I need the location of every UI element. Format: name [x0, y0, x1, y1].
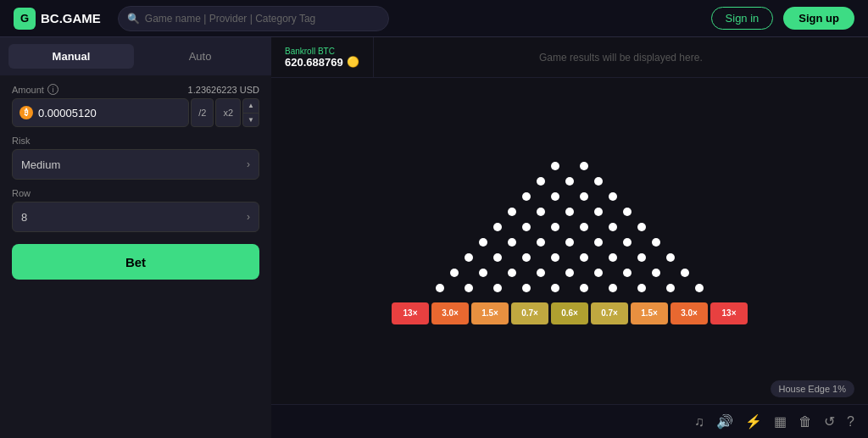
tab-auto[interactable]: Auto — [137, 44, 263, 69]
peg — [537, 238, 545, 247]
peg — [537, 177, 545, 186]
peg — [551, 223, 559, 231]
amount-value: 0.00005120 — [38, 107, 97, 119]
signin-button[interactable]: Sign in — [711, 7, 774, 30]
peg — [609, 253, 617, 262]
peg — [652, 269, 660, 277]
peg-row — [426, 284, 714, 292]
bankroll-label: Bankroll BTC — [285, 47, 359, 56]
btc-icon: ₿ — [19, 106, 33, 119]
bet-button[interactable]: Bet — [12, 244, 259, 280]
peg — [565, 238, 574, 247]
multiplier-box: 13× — [392, 302, 429, 324]
sound-icon[interactable]: 🔊 — [716, 413, 733, 430]
chevron-right-icon: › — [247, 158, 250, 170]
top-bar: Bankroll BTC 620.688769 🟡 Game results w… — [271, 37, 868, 78]
navbar: G BC.GAME 🔍 Game name | Provider | Categ… — [0, 0, 868, 37]
bankroll-section: Bankroll BTC 620.688769 🟡 — [271, 37, 374, 77]
row-select[interactable]: 8 › — [12, 202, 259, 232]
help-icon[interactable]: ? — [847, 414, 854, 430]
peg — [493, 253, 502, 262]
logo-icon: G — [14, 8, 36, 30]
decrement-button[interactable]: ▼ — [243, 114, 259, 127]
risk-section: Risk Medium › — [12, 136, 259, 180]
right-panel: Bankroll BTC 620.688769 🟡 Game results w… — [271, 37, 868, 438]
multiplier-box: 3.0× — [670, 302, 708, 324]
main-content: Manual Auto Amount i 1.23626223 USD ₿ 0.… — [0, 37, 868, 438]
panel-body: Amount i 1.23626223 USD ₿ 0.00005120 /2 … — [0, 75, 271, 288]
peg — [594, 269, 603, 277]
peg — [565, 177, 574, 186]
amount-label-row: Amount i 1.23626223 USD — [12, 84, 259, 95]
house-edge-label: House Edge 1% — [771, 380, 855, 397]
refresh-icon[interactable]: ↺ — [824, 413, 835, 430]
peg — [436, 284, 444, 292]
peg — [565, 208, 574, 216]
peg — [580, 192, 588, 201]
results-bar: Game results will be displayed here. — [374, 37, 868, 77]
peg — [493, 223, 502, 231]
row-section: Row 8 › — [12, 188, 259, 232]
peg — [666, 284, 675, 292]
peg-row — [512, 192, 627, 201]
double-button[interactable]: x2 — [215, 98, 241, 127]
multiplier-box: 0.7× — [511, 302, 548, 324]
logo-text: BC.GAME — [41, 11, 101, 25]
delete-icon[interactable]: 🗑 — [798, 414, 812, 430]
peg — [551, 253, 559, 262]
peg — [522, 223, 531, 231]
multiplier-box: 13× — [710, 302, 748, 324]
multiplier-box: 0.6× — [551, 302, 588, 324]
tab-manual[interactable]: Manual — [8, 44, 134, 69]
peg — [594, 177, 603, 186]
peg — [594, 208, 603, 216]
risk-value: Medium — [21, 158, 60, 171]
increment-button[interactable]: ▲ — [243, 99, 259, 114]
peg — [637, 253, 646, 262]
peg — [551, 192, 559, 201]
peg — [508, 208, 516, 216]
bankroll-block: Bankroll BTC 620.688769 🟡 — [285, 47, 359, 69]
chevron-right-icon-row: › — [247, 211, 250, 223]
peg — [609, 284, 617, 292]
music-icon[interactable]: ♫ — [694, 414, 704, 430]
peg — [609, 223, 617, 231]
peg — [479, 238, 487, 247]
search-bar[interactable]: 🔍 Game name | Provider | Category Tag — [118, 6, 389, 31]
peg — [580, 223, 588, 231]
coin-icon: 🟡 — [347, 56, 359, 68]
peg — [522, 192, 531, 201]
multiplier-box: 1.5× — [471, 302, 509, 324]
search-placeholder: Game name | Provider | Category Tag — [145, 13, 315, 25]
multiplier-box: 0.7× — [591, 302, 628, 324]
lightning-icon[interactable]: ⚡ — [745, 413, 762, 430]
peg-row — [526, 177, 613, 186]
signup-button[interactable]: Sign up — [783, 7, 854, 30]
peg — [623, 238, 632, 247]
peg — [681, 269, 689, 277]
logo: G BC.GAME — [14, 8, 101, 30]
multiplier-box: 1.5× — [631, 302, 668, 324]
risk-select[interactable]: Medium › — [12, 149, 259, 180]
peg — [508, 269, 516, 277]
peg — [580, 284, 588, 292]
half-button[interactable]: /2 — [191, 98, 214, 127]
peg — [537, 269, 545, 277]
grid-icon[interactable]: ▦ — [774, 413, 787, 430]
search-icon: 🔍 — [127, 13, 140, 25]
peg — [666, 253, 675, 262]
arrow-buttons: ▲ ▼ — [242, 98, 259, 127]
bankroll-value-row: 620.688769 🟡 — [285, 56, 359, 69]
peg — [637, 223, 646, 231]
peg — [522, 253, 531, 262]
peg-row — [498, 208, 642, 216]
amount-label: Amount — [12, 85, 44, 95]
amount-input[interactable]: ₿ 0.00005120 — [12, 98, 189, 127]
bottom-bar: ♫ 🔊 ⚡ ▦ 🗑 ↺ ? — [271, 404, 868, 438]
amount-usd: 1.23626223 USD — [188, 85, 259, 95]
tabs: Manual Auto — [0, 37, 271, 75]
peg — [551, 284, 559, 292]
peg — [580, 162, 588, 170]
peg — [551, 162, 559, 170]
game-area: 13×3.0×1.5×0.7×0.6×0.7×1.5×3.0×13× — [271, 78, 868, 404]
